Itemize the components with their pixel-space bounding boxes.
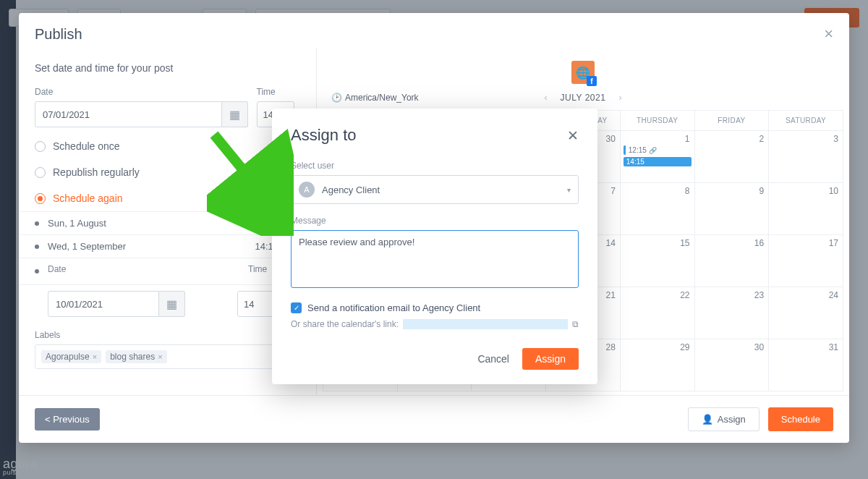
user-avatar: A — [299, 182, 315, 198]
checkbox-checked-icon[interactable]: ✓ — [291, 302, 302, 313]
user-name: Agency Client — [322, 185, 380, 195]
assign-modal-title: Assign to — [291, 126, 357, 145]
message-textarea[interactable]: Please review and approve! — [291, 230, 579, 288]
copy-icon[interactable]: ⧉ — [572, 319, 579, 329]
user-select[interactable]: A Agency Client ▾ — [291, 175, 579, 204]
share-link-field[interactable] — [403, 319, 568, 329]
assign-modal-close-icon[interactable]: ✕ — [567, 127, 579, 144]
message-label: Message — [291, 216, 579, 226]
select-user-label: Select user — [291, 161, 579, 171]
notify-checkbox-row[interactable]: ✓ Send a notification email to Agency Cl… — [291, 302, 579, 313]
chevron-down-icon: ▾ — [567, 186, 571, 194]
assign-modal: Assign to ✕ Select user A Agency Client … — [272, 109, 597, 384]
assign-cancel-button[interactable]: Cancel — [477, 353, 509, 365]
assign-confirm-button[interactable]: Assign — [522, 348, 579, 370]
share-link-row: Or share the calendar's link: ⧉ — [291, 319, 579, 329]
